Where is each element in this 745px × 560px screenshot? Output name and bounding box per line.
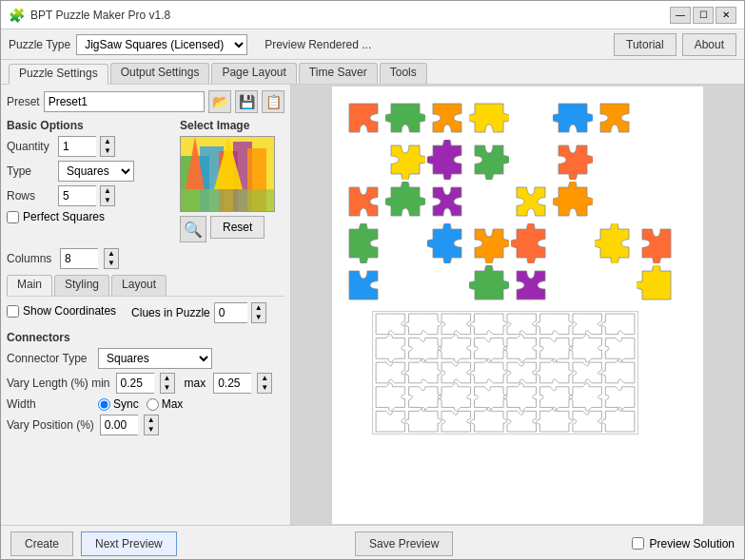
type-label: Type: [7, 164, 54, 178]
quantity-up[interactable]: ▲: [101, 137, 114, 146]
type-row: Type Squares: [7, 161, 174, 182]
clues-up[interactable]: ▲: [252, 303, 265, 313]
puzzle-piece: [595, 223, 635, 263]
puzzle-piece: [469, 265, 509, 305]
tab-time-saver[interactable]: Time Saver: [299, 63, 378, 84]
sub-tab-styling[interactable]: Styling: [54, 275, 109, 296]
type-select[interactable]: Squares: [58, 161, 134, 182]
vary-position-spinner[interactable]: ▲ ▼: [144, 415, 159, 435]
show-coordinates-checkbox[interactable]: [7, 305, 19, 318]
puzzle-piece: [469, 182, 509, 222]
create-button[interactable]: Create: [10, 531, 73, 556]
vary-position-input[interactable]: [100, 415, 138, 435]
window-controls: — ☐ ✕: [670, 7, 736, 24]
preset-saveas-button[interactable]: 📋: [262, 90, 284, 113]
preset-folder-button[interactable]: 📂: [208, 90, 231, 113]
puzzle-piece: [637, 140, 676, 180]
vary-position-down[interactable]: ▼: [145, 425, 158, 434]
vary-length-min-input[interactable]: [116, 373, 154, 394]
preview-text: Preview Rendered ...: [265, 38, 371, 51]
clues-spinner[interactable]: ▲ ▼: [251, 302, 266, 323]
preview-solution-checkbox[interactable]: [632, 537, 644, 550]
left-panel: Preset 📂 💾 📋 Basic Options Quantity ▲ ▼: [1, 85, 291, 525]
max-radio[interactable]: [147, 398, 159, 411]
preset-input[interactable]: [44, 91, 205, 112]
next-preview-button[interactable]: Next Preview: [81, 531, 177, 556]
about-button[interactable]: About: [682, 33, 736, 56]
vary-min-up[interactable]: ▲: [161, 374, 174, 383]
columns-up[interactable]: ▲: [105, 249, 118, 259]
vary-position-up[interactable]: ▲: [145, 415, 158, 425]
save-preview-button[interactable]: Save Preview: [355, 531, 453, 556]
preset-save-button[interactable]: 💾: [235, 90, 258, 113]
puzzle-piece: [511, 182, 551, 222]
puzzle-piece: [637, 182, 676, 222]
columns-input[interactable]: [60, 248, 98, 269]
top-tabs-bar: Puzzle Settings Output Settings Page Lay…: [1, 60, 744, 85]
puzzle-piece: [385, 223, 425, 263]
quantity-down[interactable]: ▼: [101, 146, 114, 156]
rows-down[interactable]: ▼: [101, 196, 114, 205]
rows-spinner[interactable]: ▲ ▼: [100, 185, 115, 206]
main-content: Preset 📂 💾 📋 Basic Options Quantity ▲ ▼: [1, 85, 744, 525]
vary-length-max-input[interactable]: [213, 373, 251, 394]
puzzle-piece: [427, 98, 467, 138]
close-button[interactable]: ✕: [716, 7, 736, 24]
puzzle-piece: [553, 140, 593, 180]
vary-max-down[interactable]: ▼: [258, 383, 271, 393]
vary-min-spinner[interactable]: ▲ ▼: [160, 373, 175, 394]
minimize-button[interactable]: —: [670, 7, 691, 24]
rows-up[interactable]: ▲: [101, 186, 114, 196]
rows-input[interactable]: [58, 185, 96, 206]
sub-tab-main[interactable]: Main: [7, 275, 52, 296]
tab-tools[interactable]: Tools: [380, 63, 427, 84]
puzzle-type-select[interactable]: JigSaw Squares (Licensed): [76, 34, 247, 55]
max-radio-label-text: Max: [162, 397, 184, 411]
tab-page-layout[interactable]: Page Layout: [211, 63, 296, 84]
puzzle-piece: [595, 140, 635, 180]
quantity-spinner[interactable]: ▲ ▼: [100, 136, 115, 157]
puzzle-piece: [511, 223, 551, 263]
width-radio-group: Sync Max: [98, 397, 183, 411]
tab-output-settings[interactable]: Output Settings: [110, 63, 210, 84]
app-title: BPT Puzzle Maker Pro v1.8: [30, 9, 170, 22]
tab-puzzle-settings[interactable]: Puzzle Settings: [9, 64, 108, 85]
puzzle-piece: [385, 265, 425, 305]
connector-type-select[interactable]: Squares: [98, 348, 212, 369]
clues-input[interactable]: [214, 302, 247, 323]
reset-button[interactable]: Reset: [210, 216, 265, 239]
puzzle-piece: [385, 98, 425, 138]
magnify-button[interactable]: 🔍: [180, 216, 206, 242]
vary-min-down[interactable]: ▼: [161, 383, 174, 393]
puzzle-piece: [427, 140, 467, 180]
puzzle-piece: [553, 223, 593, 263]
vary-length-label: Vary Length (%) min: [7, 377, 110, 390]
puzzle-piece: [595, 98, 635, 138]
width-label: Width: [7, 397, 92, 411]
clues-down[interactable]: ▼: [252, 313, 265, 322]
tutorial-button[interactable]: Tutorial: [614, 33, 676, 56]
puzzle-piece: [343, 182, 383, 222]
vary-position-row: Vary Position (%) ▲ ▼: [7, 415, 284, 435]
vary-max-up[interactable]: ▲: [258, 374, 271, 383]
bottom-right: Preview Solution: [632, 537, 735, 550]
columns-down[interactable]: ▼: [105, 259, 118, 268]
puzzle-piece: [427, 223, 467, 263]
puzzle-piece: [427, 182, 467, 222]
puzzle-piece: [637, 223, 676, 263]
max-radio-label[interactable]: Max: [147, 397, 184, 411]
right-panel: [291, 85, 744, 525]
puzzle-piece: [343, 223, 383, 263]
vary-max-spinner[interactable]: ▲ ▼: [257, 373, 272, 394]
vary-position-label: Vary Position (%): [7, 418, 94, 432]
perfect-squares-checkbox[interactable]: [7, 211, 19, 223]
quantity-input[interactable]: [58, 136, 96, 157]
sync-radio-label[interactable]: Sync: [98, 397, 139, 411]
image-preview[interactable]: [180, 136, 275, 212]
maximize-button[interactable]: ☐: [693, 7, 714, 24]
sub-tab-layout[interactable]: Layout: [111, 275, 167, 296]
sync-radio[interactable]: [98, 398, 110, 411]
columns-spinner[interactable]: ▲ ▼: [104, 248, 119, 269]
puzzle-piece: [343, 265, 383, 305]
connector-type-row: Connector Type Squares: [7, 348, 284, 369]
